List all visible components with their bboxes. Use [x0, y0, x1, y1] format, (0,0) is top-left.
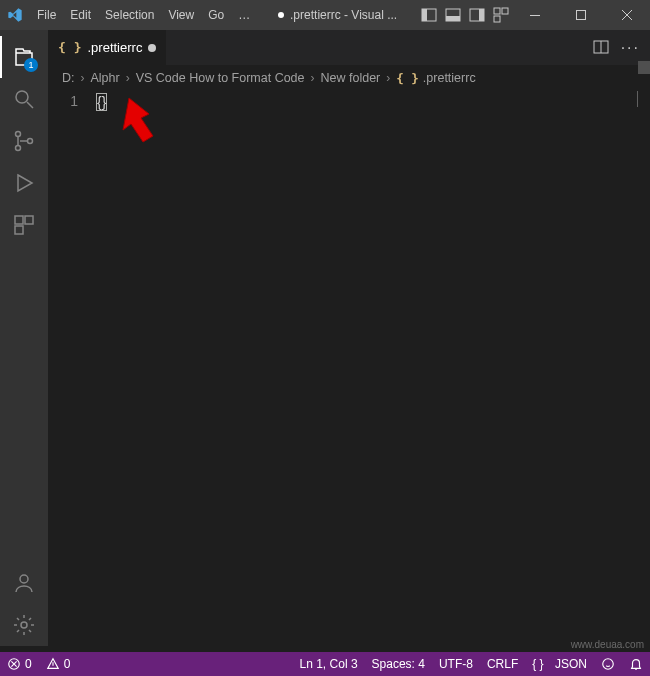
tab-dirty-icon	[148, 44, 156, 52]
menu-selection[interactable]: Selection	[98, 0, 161, 30]
chevron-right-icon: ›	[126, 71, 130, 85]
svg-rect-9	[530, 15, 540, 16]
main-area: 1 { } .prettierrc	[0, 30, 650, 646]
status-notifications-icon[interactable]	[622, 652, 650, 676]
window-title-text: .prettierrc - Visual ...	[290, 8, 397, 22]
status-feedback-icon[interactable]	[594, 652, 622, 676]
activity-source-control[interactable]	[0, 120, 48, 162]
status-indentation[interactable]: Spaces: 4	[365, 652, 432, 676]
crumb-file[interactable]: { } .prettierrc	[396, 71, 475, 86]
svg-rect-7	[502, 8, 508, 14]
svg-point-18	[20, 575, 28, 583]
minimize-button[interactable]	[512, 0, 558, 30]
status-cursor-position[interactable]: Ln 1, Col 3	[293, 652, 365, 676]
close-button[interactable]	[604, 0, 650, 30]
activity-extensions[interactable]	[0, 204, 48, 246]
window-controls	[512, 0, 650, 30]
menu-more[interactable]: …	[231, 0, 257, 30]
explorer-badge: 1	[24, 58, 38, 72]
menu-file[interactable]: File	[30, 0, 63, 30]
svg-point-23	[603, 659, 614, 670]
tab-bar: { } .prettierrc ···	[48, 30, 650, 65]
svg-point-11	[16, 91, 28, 103]
activity-run-debug[interactable]	[0, 162, 48, 204]
crumb-3[interactable]: New folder	[321, 71, 381, 85]
activity-explorer[interactable]: 1	[0, 36, 48, 78]
more-actions-icon[interactable]: ···	[621, 39, 640, 57]
vscode-logo-icon	[0, 7, 30, 23]
crumb-1[interactable]: Alphr	[91, 71, 120, 85]
toggle-primary-sidebar-icon[interactable]	[418, 4, 440, 26]
chevron-right-icon: ›	[386, 71, 390, 85]
menu-edit[interactable]: Edit	[63, 0, 98, 30]
svg-rect-17	[15, 226, 23, 234]
maximize-button[interactable]	[558, 0, 604, 30]
status-language[interactable]: { } JSON	[525, 652, 594, 676]
status-encoding[interactable]: UTF-8	[432, 652, 480, 676]
json-file-icon: { }	[58, 40, 81, 55]
svg-rect-5	[479, 9, 484, 21]
status-warnings-count: 0	[64, 657, 71, 671]
dirty-indicator-icon	[278, 12, 284, 18]
titlebar: File Edit Selection View Go … .prettierr…	[0, 0, 650, 30]
toggle-panel-icon[interactable]	[442, 4, 464, 26]
svg-point-13	[16, 146, 21, 151]
layout-controls	[418, 4, 512, 26]
breadcrumb[interactable]: D: › Alphr › VS Code How to Format Code …	[48, 65, 650, 91]
menu-go[interactable]: Go	[201, 0, 231, 30]
status-eol[interactable]: CRLF	[480, 652, 525, 676]
activity-bar: 1	[0, 30, 48, 646]
braces-icon: { }	[532, 657, 543, 671]
line-gutter: 1	[48, 91, 96, 646]
status-errors-count: 0	[25, 657, 32, 671]
svg-rect-10	[577, 11, 586, 20]
activity-settings[interactable]	[0, 604, 48, 646]
tab-label: .prettierrc	[87, 40, 142, 55]
svg-point-12	[16, 132, 21, 137]
minimap-icon	[637, 91, 638, 107]
svg-rect-16	[25, 216, 33, 224]
code-line-1: {}	[96, 93, 107, 111]
svg-rect-3	[446, 16, 460, 21]
code-editor[interactable]: 1 {}	[48, 91, 650, 646]
code-content[interactable]: {}	[96, 91, 650, 646]
status-bar: 0 0 Ln 1, Col 3 Spaces: 4 UTF-8 CRLF { }…	[0, 652, 650, 676]
svg-point-19	[21, 622, 27, 628]
chevron-right-icon: ›	[311, 71, 315, 85]
menu-bar: File Edit Selection View Go …	[30, 0, 257, 30]
watermark: www.deuaa.com	[571, 639, 644, 650]
menu-view[interactable]: View	[161, 0, 201, 30]
status-warnings[interactable]: 0	[39, 652, 78, 676]
activity-search[interactable]	[0, 78, 48, 120]
status-language-label: JSON	[555, 657, 587, 671]
svg-rect-1	[422, 9, 427, 21]
toggle-secondary-sidebar-icon[interactable]	[466, 4, 488, 26]
json-file-icon: { }	[396, 71, 419, 86]
window-title: .prettierrc - Visual ...	[257, 8, 418, 22]
line-number: 1	[48, 93, 78, 109]
svg-rect-8	[494, 16, 500, 22]
tab-prettierrc[interactable]: { } .prettierrc	[48, 30, 167, 65]
customize-layout-icon[interactable]	[490, 4, 512, 26]
activity-accounts[interactable]	[0, 562, 48, 604]
svg-rect-15	[15, 216, 23, 224]
svg-rect-6	[494, 8, 500, 14]
vertical-scrollbar[interactable]	[638, 61, 650, 74]
crumb-drive[interactable]: D:	[62, 71, 75, 85]
svg-point-14	[28, 139, 33, 144]
crumb-2[interactable]: VS Code How to Format Code	[136, 71, 305, 85]
editor-area: { } .prettierrc ··· D: › Alphr › VS Code…	[48, 30, 650, 646]
chevron-right-icon: ›	[81, 71, 85, 85]
split-editor-icon[interactable]	[593, 39, 609, 57]
status-errors[interactable]: 0	[0, 652, 39, 676]
crumb-file-label: .prettierrc	[423, 71, 476, 85]
